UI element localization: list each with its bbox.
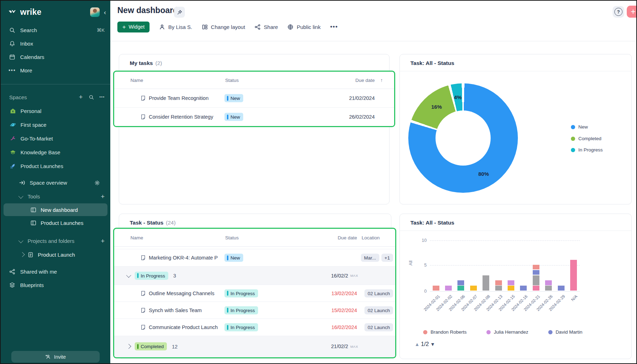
public-link-button[interactable]: Public link bbox=[287, 24, 321, 30]
table-row[interactable]: Synch with Sales TeamIn Progress15/02/20… bbox=[114, 302, 395, 319]
location-chip[interactable]: 02 Launch bbox=[364, 323, 393, 332]
scrolled-row-sliver bbox=[114, 247, 395, 249]
bar-2024-02-15[interactable] bbox=[508, 280, 514, 291]
status-badge[interactable]: New bbox=[224, 94, 243, 102]
legend-item[interactable]: Julia Hernandez bbox=[486, 329, 528, 335]
legend-item[interactable]: Brandon Roberts bbox=[423, 329, 467, 335]
sidebar-item-space-overview[interactable]: Space overview bbox=[1, 176, 110, 190]
pager-up-icon[interactable]: ▲ bbox=[415, 342, 420, 347]
sidebar-item-label: Shared with me bbox=[20, 269, 57, 275]
task-locations: 02 Launch bbox=[364, 323, 393, 332]
status-badge[interactable]: New bbox=[224, 254, 243, 262]
bar-segment bbox=[520, 286, 527, 291]
add-project-icon[interactable]: + bbox=[101, 237, 105, 245]
legend-item[interactable]: David Martin bbox=[548, 329, 583, 335]
bar-2024-02-13[interactable] bbox=[495, 280, 502, 291]
status-badge[interactable]: In Progress bbox=[135, 271, 168, 280]
add-tool-icon[interactable]: + bbox=[101, 193, 105, 201]
add-widget-button[interactable]: + Widget bbox=[117, 22, 150, 32]
help-button[interactable]: ? bbox=[613, 6, 624, 18]
status-badge[interactable]: In Progress bbox=[224, 306, 258, 314]
location-chip[interactable]: 02 Launch bbox=[364, 306, 393, 314]
owner-button[interactable]: By Lisa S. bbox=[159, 24, 192, 30]
sidebar-item-blueprints[interactable]: Blueprints bbox=[1, 278, 110, 292]
bar-segment bbox=[508, 286, 514, 291]
pin-button[interactable] bbox=[174, 7, 185, 18]
sidebar-section-tools[interactable]: Tools + bbox=[1, 190, 110, 203]
bar-2024-02-21[interactable] bbox=[533, 265, 539, 291]
sidebar-item-calendars[interactable]: Calendars bbox=[1, 50, 110, 64]
sidebar: wrike ‹ Search⌘KInboxCalendars•••More Sp… bbox=[1, 1, 110, 363]
bar-2024-02-02[interactable] bbox=[445, 286, 452, 291]
bar-2024-02-06[interactable] bbox=[457, 280, 464, 291]
sidebar-item-product-launch[interactable]: Product Launch bbox=[1, 248, 110, 261]
legend-item[interactable]: In Progress bbox=[571, 147, 603, 153]
status-badge[interactable]: New bbox=[224, 113, 243, 121]
task-name: Consider Retention Strategy bbox=[149, 114, 213, 120]
group-row[interactable]: In Progress316/02/2MAX bbox=[114, 267, 395, 285]
spaces-more-icon[interactable]: ⋯ bbox=[99, 94, 105, 100]
sidebar-item-search[interactable]: Search⌘K bbox=[1, 23, 110, 37]
status-badge[interactable]: Completed bbox=[135, 342, 167, 351]
header-divider bbox=[110, 41, 636, 41]
bar-2024-02-16[interactable] bbox=[520, 286, 527, 291]
chevron-right-icon[interactable] bbox=[127, 345, 130, 348]
sidebar-item-new-dashboard[interactable]: New dashboard bbox=[4, 203, 107, 216]
column-due-date: Due date bbox=[338, 235, 357, 240]
column-name: Name bbox=[130, 235, 143, 240]
legend-item[interactable]: New bbox=[571, 124, 588, 130]
legend-item[interactable]: Completed bbox=[571, 136, 601, 141]
sidebar-collapse-icon[interactable]: ‹ bbox=[104, 9, 106, 16]
bar-2024-02-01[interactable] bbox=[433, 286, 439, 291]
public-link-label: Public link bbox=[297, 24, 321, 30]
group-row[interactable]: Completed1221/02/2MAX bbox=[114, 336, 395, 357]
sidebar-space-first-space[interactable]: First space bbox=[1, 118, 110, 132]
task-status-table-highlight: NameStatusDue dateLocationMarketing OKR-… bbox=[113, 228, 396, 358]
change-layout-button[interactable]: Change layout bbox=[202, 24, 245, 30]
share-button[interactable]: Share bbox=[255, 24, 278, 30]
sidebar-item-more[interactable]: •••More bbox=[1, 64, 110, 77]
bar-2024-02-26[interactable] bbox=[545, 280, 552, 291]
table-row[interactable]: Outline Messaging ChannelsIn Progress13/… bbox=[114, 285, 395, 302]
bar-2024-02-07[interactable] bbox=[470, 286, 477, 291]
table-header: NameStatusDue date↑ bbox=[114, 72, 394, 89]
sidebar-item-shared-with-me[interactable]: Shared with me bbox=[1, 265, 110, 278]
user-avatar[interactable] bbox=[90, 7, 100, 17]
legend-dot bbox=[571, 137, 575, 141]
table-row[interactable]: Marketing OKR-4: Automate PNewMar...+1 bbox=[114, 249, 395, 267]
y-tick-label: 10 bbox=[418, 238, 427, 243]
sidebar-space-personal[interactable]: Personal bbox=[1, 104, 110, 118]
sidebar-space-go-to-market[interactable]: Go-To-Market bbox=[1, 132, 110, 145]
location-chip[interactable]: +1 bbox=[381, 254, 393, 262]
calendar-icon bbox=[9, 54, 15, 60]
bar-2024-02-29[interactable] bbox=[558, 286, 565, 291]
sidebar-item-product-launches[interactable]: Product Launches bbox=[1, 216, 110, 230]
sort-asc-icon[interactable]: ↑ bbox=[380, 77, 383, 83]
wrike-logo[interactable]: wrike bbox=[8, 7, 41, 17]
bar-N/A[interactable] bbox=[570, 260, 577, 291]
toolbar-more-icon[interactable]: ••• bbox=[330, 23, 338, 30]
table-row[interactable]: Consider Retention StrategyNew26/02/2024 bbox=[114, 108, 394, 126]
location-chip[interactable]: Mar... bbox=[361, 254, 379, 262]
table-row[interactable]: Provide Team RecognitionNew21/02/2024 bbox=[114, 89, 394, 108]
x-tick-label: 2024-02-26 bbox=[528, 294, 553, 319]
spaces-search-icon[interactable] bbox=[89, 95, 94, 100]
task-doc-icon bbox=[140, 114, 146, 120]
pager-down-icon[interactable]: ▼ bbox=[430, 342, 435, 347]
sidebar-section-projects[interactable]: Projects and folders + bbox=[1, 234, 110, 248]
sidebar-space-product-launches[interactable]: Product Launches bbox=[1, 159, 110, 173]
sidebar-item-inbox[interactable]: Inbox bbox=[1, 37, 110, 50]
space-settings-gear-icon[interactable] bbox=[94, 180, 100, 186]
status-badge[interactable]: In Progress bbox=[224, 289, 258, 297]
table-row[interactable]: Communicate Product LaunchIn Progress16/… bbox=[114, 319, 395, 336]
status-badge[interactable]: In Progress bbox=[224, 323, 258, 332]
chevron-down-icon[interactable] bbox=[127, 274, 130, 278]
share-icon bbox=[9, 269, 15, 275]
status-donut-chart: 80%16%4% bbox=[408, 83, 518, 193]
sidebar-space-knowledge-base[interactable]: Knowledge Base bbox=[1, 145, 110, 159]
invite-button[interactable]: Invite bbox=[11, 351, 100, 363]
global-add-button[interactable]: + bbox=[627, 6, 637, 18]
bar-2024-02-08[interactable] bbox=[483, 275, 489, 291]
location-chip[interactable]: 02 Launch bbox=[364, 289, 393, 297]
add-space-icon[interactable]: + bbox=[78, 93, 83, 101]
